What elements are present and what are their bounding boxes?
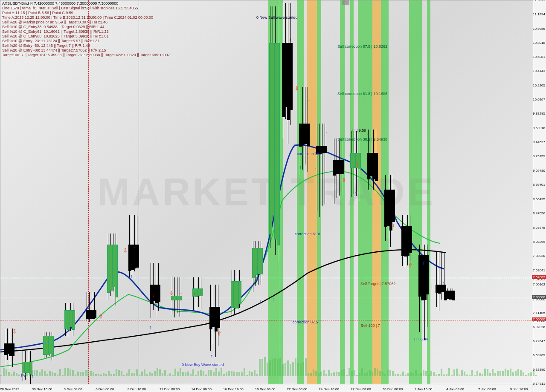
annotation: correction 87.5 (293, 320, 318, 324)
annotation: Sell 100 | 7 (361, 323, 380, 328)
signal-arrow: ↓ (152, 292, 155, 298)
signal-arrow: ⇧ (342, 177, 346, 183)
annotation: 0 New Sell wave started (256, 15, 298, 20)
y-tick: 10.0267 (533, 98, 545, 101)
signal-arrow: ↓ (412, 237, 414, 243)
y-tick: 10.6081 (533, 55, 545, 59)
info-line: Line:1578 | tema_h1_status: Sell | Last … (2, 6, 170, 11)
price-tag: 7.00000 (532, 317, 546, 321)
y-tick: 8.47056 (533, 211, 545, 215)
signal-arrow: ⇩ (12, 329, 17, 334)
annotation: Sell correction 61.8 | 10.1606 (337, 92, 387, 96)
signal-arrow: ↓ (6, 318, 8, 324)
signal-arrow: ⇩ (123, 248, 128, 254)
signal-arrow: ↓ (193, 290, 196, 296)
signal-arrow: ↑ (337, 184, 339, 190)
y-tick: 7.69541 (533, 268, 545, 272)
x-tick: 3 Dec 08:00 (64, 387, 82, 391)
signal-arrow: ⇩ (169, 290, 174, 296)
signal-arrow: ⇩ (295, 86, 299, 92)
annotation: Sell correction 38.2 | 9.54938 (337, 137, 387, 141)
info-line: Sell %20 @ Entry -88: 13.44474 || Target… (2, 48, 170, 53)
y-tick: 9.05780 (533, 169, 545, 173)
y-tick: 7.88920 (533, 254, 545, 258)
y-tick: 6.72647 (533, 339, 545, 343)
signal-arrow: ↑ (442, 280, 445, 286)
info-line: Sell %10 @ C_Entry61: 10.16062 || Target… (2, 29, 170, 34)
signal-arrow: ↑ (31, 373, 34, 379)
annotation: I I | 6.84 (414, 337, 428, 341)
y-tick: 9.63916 (533, 126, 545, 130)
annotation: correction 38.2 (297, 152, 322, 156)
annotation: 0 New Buy Wave started (182, 363, 224, 367)
signal-arrow: ↑ (314, 167, 317, 173)
x-tick: 6 Dec 00:00 (96, 387, 114, 391)
ma-curves (0, 0, 533, 384)
x-tick: 7 Jan 00:00 (478, 387, 496, 391)
y-tick: 6.53269 (533, 353, 545, 357)
annotation: Sell Target | 7.57062 (360, 282, 395, 286)
signal-arrow: ↑ (163, 328, 165, 334)
signal-arrow: ↑ (401, 254, 404, 260)
signal-arrow: ↓ (366, 130, 369, 136)
info-line: Sell %10 @ C_Entry38: 9.54938 || Target:… (2, 25, 170, 29)
y-tick: 6.33890 (533, 368, 545, 372)
info-line: Time A:2023.12.25 12:00:00 | Time B:2023… (2, 15, 170, 20)
y-tick: 8.66435 (533, 197, 545, 201)
signal-arrow: ↑ (299, 164, 302, 170)
y-tick: 9.25159 (533, 154, 545, 158)
info-line: Sell %20 @ Market price or at: 9.59 || T… (2, 20, 170, 25)
signal-arrow: ↓ (289, 37, 291, 43)
signal-arrow: ↓ (255, 265, 257, 271)
annotation: Sell correction 87.5 | 10.8262 (337, 44, 387, 49)
signal-arrow: ⇧ (217, 331, 221, 337)
info-line: Point A:11.15 | Point B:8.56 | Point C:9… (2, 11, 170, 15)
x-tick: 27 Dec 08:00 (351, 387, 371, 391)
x-tick: 8 Dec 16:00 (128, 387, 146, 391)
price-tag: 7.57062 (532, 275, 546, 279)
y-tick: 10.2205 (533, 84, 545, 87)
info-block: AXSUSDT-Bin,H4 7.42000000 7.45000000 7.3… (2, 1, 170, 58)
signal-arrow: ↓ (238, 286, 240, 292)
y-tick: 6.92026 (533, 325, 545, 329)
y-tick: 10.9956 (533, 27, 545, 31)
info-line: Sell %20 @ Entry -50: 12.445 || Target:7… (2, 43, 170, 48)
signal-arrow: ↑ (430, 284, 433, 290)
x-tick: 9 Jan 16:00 (510, 387, 528, 391)
x-tick: 19 Dec 08:00 (255, 387, 276, 391)
x-tick: 30 Nov 16:00 (32, 387, 52, 391)
x-tick: 28 Nov 2023 (0, 387, 19, 391)
x-tick: 4 Jan 08:00 (446, 387, 464, 391)
signal-arrow: ↓ (325, 128, 328, 134)
signal-arrow: ↑ (149, 324, 151, 330)
signal-arrow: ↑ (259, 299, 261, 305)
signal-arrow: ↑ (210, 353, 213, 359)
y-tick: 8.08299 (533, 240, 545, 244)
x-tick: 1 Jan 16:00 (414, 387, 432, 391)
y-tick: 7.11405 (533, 311, 545, 315)
signal-arrow: ↓ (308, 96, 310, 102)
y-tick: 7.50162 (533, 282, 545, 286)
chart-area[interactable]: MARKET TRADE ↓⇩↑↑↓⇧⇩↓↑↑↓↑⇩↓↓↑⇧↓↓↑↑↓⇩↑↓↑↓… (0, 0, 533, 384)
x-axis: 28 Nov 202330 Nov 16:003 Dec 08:006 Dec … (0, 384, 532, 392)
y-tick: 8.86401 (533, 183, 545, 187)
signal-arrow: ↓ (392, 222, 395, 228)
y-tick: 9.44537 (533, 140, 545, 144)
signal-arrow: ↑ (422, 260, 424, 266)
annotation: I V (21, 373, 26, 378)
signal-arrow: ↓ (134, 243, 136, 249)
y-tick: 9.83295 (533, 112, 545, 115)
signal-arrow: ⇩ (354, 161, 359, 167)
y-tick: 8.27678 (533, 226, 545, 230)
x-tick: 30 Dec 00:00 (383, 387, 403, 391)
signal-arrow: ↑ (272, 297, 274, 303)
signal-arrow: ⇧ (408, 262, 412, 268)
y-tick: 10.8018 (533, 41, 545, 45)
info-line: AXSUSDT-Bin,H4 7.42000000 7.45000000 7.3… (2, 1, 170, 6)
signal-arrow: ↑ (354, 190, 357, 196)
signal-arrow: ↓ (88, 300, 91, 306)
info-line: Sell %10 @ Entry -23: 11.76124 || Target… (2, 39, 170, 43)
y-tick: 6.14511 (533, 382, 545, 386)
signal-arrow: ↓ (180, 289, 182, 295)
y-tick: 11.3832 (533, 0, 545, 2)
